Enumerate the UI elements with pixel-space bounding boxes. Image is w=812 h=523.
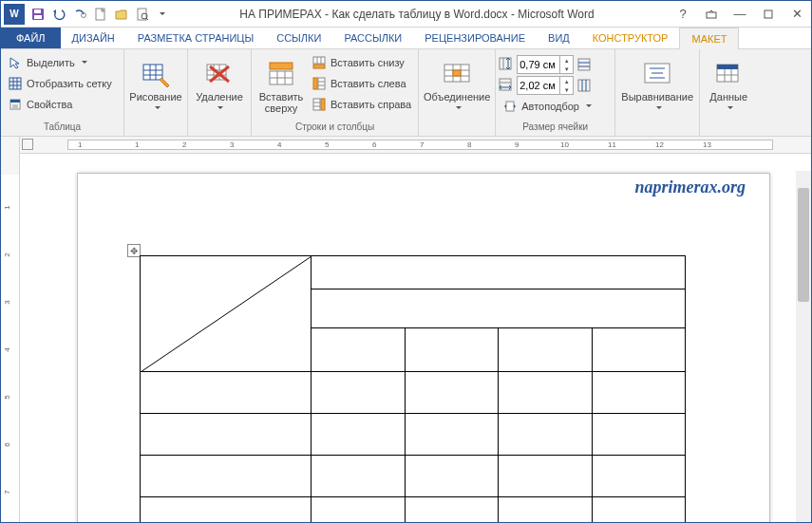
down-icon[interactable]: ▼	[559, 65, 573, 73]
data-button[interactable]: Данные	[703, 52, 754, 121]
properties-button[interactable]: Свойства	[4, 94, 116, 115]
window-title: НА ПРИМЕРАХ - Как сделать таблицу в Word…	[165, 8, 669, 21]
distribute-rows-icon[interactable]	[576, 57, 592, 72]
cursor-icon	[8, 55, 23, 70]
select-button[interactable]: Выделить	[4, 52, 116, 73]
insert-left-button[interactable]: Вставить слева	[308, 73, 415, 94]
tab-layout-active[interactable]: МАКЕТ	[679, 28, 739, 49]
merge-button[interactable]: Объединение	[422, 52, 492, 121]
gridlines-button[interactable]: Отобразить сетку	[4, 73, 116, 94]
svg-rect-2	[34, 15, 42, 19]
svg-rect-41	[318, 78, 325, 89]
ruler-corner[interactable]	[22, 139, 33, 150]
svg-rect-44	[321, 99, 325, 110]
qa-new-icon[interactable]	[90, 4, 111, 25]
svg-rect-19	[143, 65, 162, 80]
tab-view[interactable]: ВИД	[537, 28, 581, 48]
svg-rect-45	[313, 99, 320, 110]
document-table[interactable]	[140, 255, 686, 522]
qa-redo-icon[interactable]	[69, 4, 90, 25]
scrollbar-vertical[interactable]	[796, 171, 811, 522]
watermark-text: naprimerax.org	[634, 177, 746, 197]
tab-page-layout[interactable]: РАЗМЕТКА СТРАНИЦЫ	[126, 28, 265, 48]
horizontal-ruler[interactable]: 1 1 2 3 4 5 6 7 8 9 10 11 12 13	[20, 137, 811, 154]
distribute-cols-icon[interactable]	[576, 78, 592, 93]
qa-open-icon[interactable]	[111, 4, 132, 25]
merge-icon	[442, 59, 472, 89]
svg-rect-53	[453, 70, 461, 76]
minimize-button[interactable]: —	[726, 4, 754, 25]
help-icon[interactable]: ?	[669, 4, 697, 25]
grid-icon	[8, 76, 23, 91]
insert-right-icon	[312, 97, 327, 112]
svg-line-76	[141, 256, 312, 372]
group-rowscols-label: Строки и столбцы	[255, 121, 415, 136]
tab-mailings[interactable]: РАССЫЛКИ	[332, 28, 413, 48]
svg-rect-40	[313, 78, 317, 89]
col-width-icon	[499, 78, 514, 93]
svg-rect-37	[313, 57, 325, 64]
tab-constructor[interactable]: КОНСТРУКТОР	[581, 28, 680, 48]
svg-rect-66	[506, 102, 514, 111]
vertical-ruler[interactable]: 123 456 7	[1, 137, 20, 522]
up-icon[interactable]: ▲	[559, 56, 573, 65]
autofit-button[interactable]: Автоподбор	[499, 96, 595, 117]
scroll-thumb[interactable]	[798, 188, 809, 302]
svg-rect-63	[578, 80, 590, 91]
group-cellsize-label: Размер ячейки	[499, 121, 612, 136]
draw-table-icon	[141, 59, 171, 89]
insert-right-button[interactable]: Вставить справа	[308, 94, 415, 115]
tab-file[interactable]: ФАЙЛ	[1, 28, 61, 48]
svg-rect-31	[270, 63, 293, 69]
drawing-button[interactable]: Рисование	[127, 52, 184, 121]
delete-table-icon	[204, 59, 235, 89]
insert-below-icon	[312, 55, 327, 70]
data-icon	[713, 59, 744, 89]
tab-design[interactable]: ДИЗАЙН	[61, 28, 126, 48]
svg-rect-72	[717, 65, 738, 69]
qa-save-icon[interactable]	[28, 4, 48, 25]
insert-above-icon	[266, 59, 296, 89]
insert-above-button[interactable]: Вставить сверху	[255, 52, 308, 121]
col-width-stepper[interactable]: ▲▼	[517, 76, 574, 95]
autofit-icon	[502, 99, 518, 114]
svg-rect-9	[765, 10, 772, 18]
app-icon: W	[4, 4, 25, 25]
document-page[interactable]: naprimerax.org ✥	[77, 173, 770, 522]
qa-customize-dropdown[interactable]	[157, 9, 165, 20]
tab-review[interactable]: РЕЦЕНЗИРОВАНИЕ	[413, 28, 537, 48]
svg-rect-16	[10, 100, 20, 103]
svg-rect-36	[313, 65, 325, 68]
insert-left-icon	[312, 76, 327, 91]
delete-button[interactable]: Удаление	[191, 52, 248, 121]
svg-rect-10	[9, 78, 21, 89]
properties-icon	[8, 97, 23, 112]
maximize-button[interactable]	[754, 4, 783, 25]
ribbon-options-icon[interactable]	[697, 4, 726, 25]
row-height-stepper[interactable]: ▲▼	[517, 55, 574, 74]
close-button[interactable]: ✕	[783, 4, 811, 25]
table-move-handle[interactable]: ✥	[127, 244, 141, 257]
qa-undo-icon[interactable]	[48, 4, 69, 25]
svg-rect-57	[578, 59, 590, 70]
tab-references[interactable]: ССЫЛКИ	[265, 28, 332, 48]
alignment-button[interactable]: Выравнивание	[618, 52, 696, 121]
up-icon[interactable]: ▲	[559, 77, 573, 85]
svg-rect-8	[707, 12, 716, 18]
down-icon[interactable]: ▼	[559, 85, 573, 94]
alignment-icon	[642, 59, 672, 89]
svg-rect-1	[34, 9, 41, 13]
qa-preview-icon[interactable]	[132, 4, 153, 25]
group-table-label: Таблица	[4, 121, 121, 136]
row-height-icon	[499, 57, 514, 72]
insert-below-button[interactable]: Вставить снизу	[308, 52, 415, 73]
